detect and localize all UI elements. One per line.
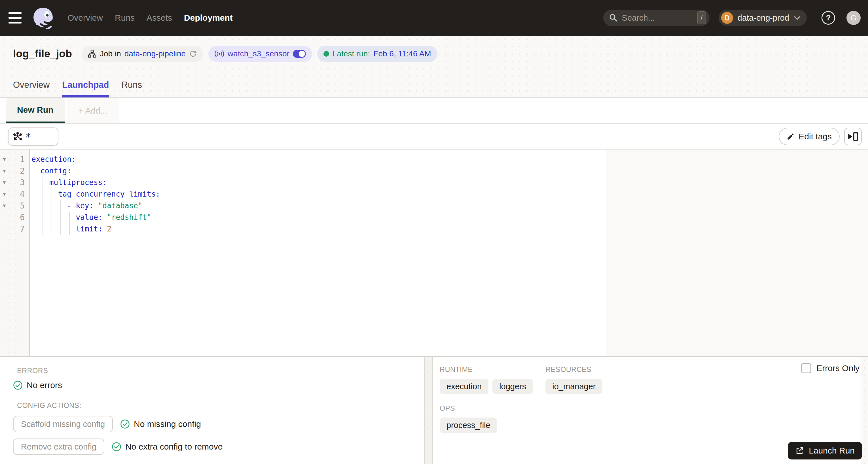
config-schema-pane: RUNTIME execution loggers RESOURCES io_m… [433,357,868,464]
line-number: 6 [8,213,29,222]
runtime-tag-execution[interactable]: execution [440,379,489,394]
scaffold-missing-config-button[interactable]: Scaffold missing config [13,416,113,432]
refresh-icon[interactable] [189,50,197,58]
latest-run-pill: Latest run: Feb 6, 11:46 AM [317,46,437,62]
missing-config-text: No missing config [134,419,201,429]
op-selector-icon [12,131,23,142]
tab-overview[interactable]: Overview [13,80,50,97]
help-icon[interactable]: ? [822,11,835,25]
line-number: 4 [8,190,29,199]
errors-only-control[interactable]: Errors Only [801,363,860,373]
tab-runs[interactable]: Runs [122,80,142,97]
launch-icon [795,446,804,455]
repo-link[interactable]: data-eng-pipeline [124,49,186,58]
code-lines: execution: config: multiprocess: tag_con… [31,154,606,235]
deployment-name: data-eng-prod [738,13,789,23]
op-selector-input[interactable]: * [8,128,58,145]
indent-guide [69,211,70,235]
job-location-prefix: Job in [100,49,121,58]
bottom-panel: ERRORS No errors CONFIG ACTIONS: Scaffol… [0,356,868,464]
indent-guide [60,200,61,235]
code-line[interactable]: execution: [31,154,606,165]
runtime-label: RUNTIME [440,365,533,374]
session-tab-new-run[interactable]: New Run [6,98,65,123]
missing-config-status: No missing config [120,419,201,429]
user-avatar[interactable]: G [846,11,861,25]
top-navbar: Overview Runs Assets Deployment / D data… [0,0,868,36]
resources-label: RESOURCES [546,365,602,374]
deployment-switcher[interactable]: D data-eng-prod [719,10,807,26]
nav-item-assets[interactable]: Assets [147,13,172,23]
fold-arrow-icon[interactable]: ▼ [0,192,8,197]
resources-tag-io-manager[interactable]: io_manager [546,379,602,394]
code-line[interactable]: multiprocess: [31,177,606,188]
menu-icon[interactable] [8,12,23,24]
session-tab-add[interactable]: + Add... [67,98,119,123]
sensor-toggle[interactable] [293,50,306,58]
fold-arrow-icon[interactable]: ▼ [0,203,8,209]
ops-tag-process-file[interactable]: process_file [440,418,497,433]
search-input[interactable] [622,13,697,23]
indent-guide [52,188,52,235]
remove-action-row: Remove extra config No extra config to r… [13,438,424,455]
check-circle-icon [13,380,23,390]
expand-panel-button[interactable] [844,128,862,145]
nav-item-overview[interactable]: Overview [67,13,103,23]
job-location-pill: Job in data-eng-pipeline [82,46,203,62]
dagster-logo[interactable] [31,6,55,30]
fold-arrow-icon[interactable]: ▼ [0,157,8,162]
indent-guide [34,165,34,235]
nav-item-deployment[interactable]: Deployment [184,13,233,23]
launchpad-session-tabs: New Run + Add... [0,98,868,124]
code-line[interactable]: config: [31,165,606,177]
latest-run-link[interactable]: Feb 6, 11:46 AM [373,49,431,58]
nav-item-runs[interactable]: Runs [115,13,135,23]
remove-extra-config-button[interactable]: Remove extra config [13,438,104,455]
chevron-down-icon [794,16,801,20]
config-actions-label: CONFIG ACTIONS: [17,401,424,409]
code-area[interactable]: execution: config: multiprocess: tag_con… [30,150,606,356]
editor-gutter: ▼1▼2▼3▼4▼567 [0,150,30,356]
sensor-link[interactable]: watch_s3_sensor [228,49,289,58]
launch-run-label: Launch Run [809,446,855,456]
scaffold-action-row: Scaffold missing config No missing confi… [13,416,424,432]
search-shortcut-badge: / [697,11,706,24]
job-tabs: Overview Launchpad Runs [13,80,142,97]
code-line[interactable]: value: "redshift" [31,211,606,223]
line-number: 7 [8,224,29,234]
errors-only-label: Errors Only [816,363,860,373]
sensor-pill: watch_s3_sensor [208,46,312,62]
fold-arrow-icon[interactable]: ▼ [0,168,8,174]
latest-run-label: Latest run: [333,49,370,58]
panel-splitter[interactable] [424,357,433,464]
sensor-icon [215,49,224,58]
edit-tags-button[interactable]: Edit tags [779,128,840,145]
config-editor[interactable]: ▼1▼2▼3▼4▼567 execution: config: multipro… [0,150,606,356]
check-circle-icon [120,419,130,429]
run-status-dot [323,51,329,57]
resources-group: RESOURCES io_manager [546,365,602,394]
code-line[interactable]: limit: 2 [31,223,606,235]
check-circle-icon [112,442,121,452]
errors-pane: ERRORS No errors CONFIG ACTIONS: Scaffol… [0,357,424,464]
line-number: 3 [8,178,29,187]
code-line[interactable]: - key: "database" [31,200,606,211]
code-line[interactable]: tag_concurrency_limits: [31,188,606,200]
tab-launchpad[interactable]: Launchpad [62,80,109,97]
launchpad-main: ▼1▼2▼3▼4▼567 execution: config: multipro… [0,150,868,356]
launch-run-button[interactable]: Launch Run [788,442,862,460]
line-number: 5 [8,201,29,210]
launchpad-toolbar: * Edit tags [0,124,868,150]
fold-arrow-icon[interactable]: ▼ [0,180,8,186]
runtime-group: RUNTIME execution loggers [440,365,533,394]
navbar-right-cluster: / D data-eng-prod ? G [603,10,861,26]
job-header: log_file_job Job in data-eng-pipeline wa… [0,36,868,98]
expand-panel-icon [848,132,858,141]
no-errors-text: No errors [27,380,62,390]
search-box[interactable]: / [603,10,710,26]
primary-nav: Overview Runs Assets Deployment [67,13,233,23]
ops-label: OPS [440,404,868,412]
runtime-tag-loggers[interactable]: loggers [492,379,533,394]
pencil-icon [787,133,795,140]
errors-only-checkbox[interactable] [801,363,811,373]
